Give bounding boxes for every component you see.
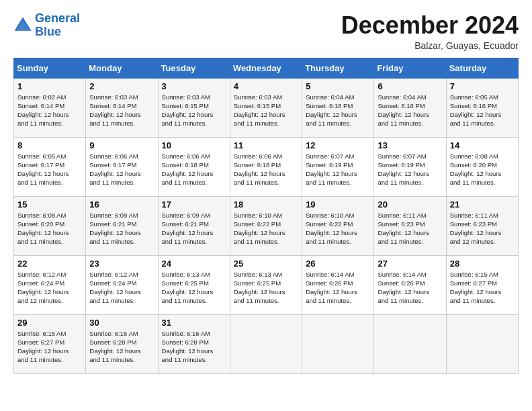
day-info: Sunrise: 6:14 AMSunset: 6:26 PMDaylight:… xyxy=(378,270,442,306)
calendar-cell: 8Sunrise: 6:05 AMSunset: 6:17 PMDaylight… xyxy=(14,137,86,196)
day-info: Sunrise: 6:14 AMSunset: 6:26 PMDaylight:… xyxy=(306,270,370,306)
calendar-week-row: 8Sunrise: 6:05 AMSunset: 6:17 PMDaylight… xyxy=(14,137,519,196)
day-number: 26 xyxy=(306,259,370,269)
calendar-week-row: 15Sunrise: 6:08 AMSunset: 6:20 PMDayligh… xyxy=(14,196,519,255)
day-info: Sunrise: 6:04 AMSunset: 6:16 PMDaylight:… xyxy=(306,93,370,128)
day-info: Sunrise: 6:06 AMSunset: 6:18 PMDaylight:… xyxy=(162,152,226,187)
day-info: Sunrise: 6:06 AMSunset: 6:17 PMDaylight:… xyxy=(89,152,154,187)
day-info: Sunrise: 6:05 AMSunset: 6:16 PMDaylight:… xyxy=(450,93,515,128)
day-info: Sunrise: 6:03 AMSunset: 6:14 PMDaylight:… xyxy=(89,93,154,128)
calendar-cell: 12Sunrise: 6:07 AMSunset: 6:19 PMDayligh… xyxy=(302,137,374,196)
day-number: 8 xyxy=(17,140,82,150)
calendar-cell: 20Sunrise: 6:11 AMSunset: 6:23 PMDayligh… xyxy=(374,196,446,255)
calendar-cell: 4Sunrise: 6:03 AMSunset: 6:15 PMDaylight… xyxy=(230,78,302,137)
calendar-cell: 17Sunrise: 6:09 AMSunset: 6:21 PMDayligh… xyxy=(158,196,230,255)
day-number: 2 xyxy=(89,81,154,91)
day-number: 16 xyxy=(89,199,154,210)
calendar-cell: 24Sunrise: 6:13 AMSunset: 6:25 PMDayligh… xyxy=(158,255,230,314)
day-number: 29 xyxy=(17,318,82,328)
day-info: Sunrise: 6:10 AMSunset: 6:22 PMDaylight:… xyxy=(234,211,298,246)
title-block: December 2024 Balzar, Guayas, Ecuador xyxy=(341,12,519,51)
calendar-week-row: 1Sunrise: 6:02 AMSunset: 6:14 PMDaylight… xyxy=(14,78,519,137)
day-number: 12 xyxy=(306,140,370,150)
day-number: 5 xyxy=(306,81,370,91)
day-number: 9 xyxy=(89,140,154,150)
day-info: Sunrise: 6:07 AMSunset: 6:19 PMDaylight:… xyxy=(306,152,370,187)
calendar-cell: 21Sunrise: 6:11 AMSunset: 6:23 PMDayligh… xyxy=(446,196,518,255)
day-number: 18 xyxy=(234,199,298,210)
day-info: Sunrise: 6:06 AMSunset: 6:18 PMDaylight:… xyxy=(234,152,298,187)
day-header-sunday: Sunday xyxy=(14,58,86,78)
day-header-wednesday: Wednesday xyxy=(230,58,302,78)
day-header-monday: Monday xyxy=(86,58,158,78)
day-info: Sunrise: 6:09 AMSunset: 6:21 PMDaylight:… xyxy=(162,211,226,246)
calendar-cell: 10Sunrise: 6:06 AMSunset: 6:18 PMDayligh… xyxy=(158,137,230,196)
day-info: Sunrise: 6:04 AMSunset: 6:16 PMDaylight:… xyxy=(378,93,442,128)
calendar: SundayMondayTuesdayWednesdayThursdayFrid… xyxy=(13,58,519,374)
day-info: Sunrise: 6:03 AMSunset: 6:15 PMDaylight:… xyxy=(162,93,226,128)
day-header-thursday: Thursday xyxy=(302,58,374,78)
day-number: 30 xyxy=(89,318,154,328)
calendar-cell: 25Sunrise: 6:13 AMSunset: 6:25 PMDayligh… xyxy=(230,255,302,314)
day-number: 21 xyxy=(450,199,515,210)
day-number: 17 xyxy=(162,199,226,210)
day-number: 23 xyxy=(89,259,154,269)
page: General Blue December 2024 Balzar, Guaya… xyxy=(0,0,532,411)
calendar-cell: 9Sunrise: 6:06 AMSunset: 6:17 PMDaylight… xyxy=(86,137,158,196)
month-title: December 2024 xyxy=(341,12,519,39)
calendar-cell: 1Sunrise: 6:02 AMSunset: 6:14 PMDaylight… xyxy=(14,78,86,137)
day-number: 14 xyxy=(450,140,515,150)
logo: General Blue xyxy=(13,12,80,39)
day-info: Sunrise: 6:15 AMSunset: 6:27 PMDaylight:… xyxy=(450,270,515,306)
calendar-cell: 7Sunrise: 6:05 AMSunset: 6:16 PMDaylight… xyxy=(446,78,518,137)
calendar-cell: 30Sunrise: 6:16 AMSunset: 6:28 PMDayligh… xyxy=(86,314,158,373)
logo-text: General Blue xyxy=(35,12,80,39)
day-number: 1 xyxy=(17,81,82,91)
day-number: 4 xyxy=(234,81,298,91)
day-number: 27 xyxy=(378,259,442,269)
day-number: 7 xyxy=(450,81,515,91)
day-info: Sunrise: 6:12 AMSunset: 6:24 PMDaylight:… xyxy=(89,270,154,306)
calendar-cell xyxy=(230,314,302,373)
day-info: Sunrise: 6:13 AMSunset: 6:25 PMDaylight:… xyxy=(162,270,226,306)
day-number: 10 xyxy=(162,140,226,150)
calendar-cell: 2Sunrise: 6:03 AMSunset: 6:14 PMDaylight… xyxy=(86,78,158,137)
day-number: 6 xyxy=(378,81,442,91)
day-info: Sunrise: 6:12 AMSunset: 6:24 PMDaylight:… xyxy=(17,270,82,306)
calendar-week-row: 29Sunrise: 6:15 AMSunset: 6:27 PMDayligh… xyxy=(14,314,519,373)
day-info: Sunrise: 6:08 AMSunset: 6:20 PMDaylight:… xyxy=(450,152,515,187)
calendar-cell: 22Sunrise: 6:12 AMSunset: 6:24 PMDayligh… xyxy=(14,255,86,314)
calendar-cell: 16Sunrise: 6:09 AMSunset: 6:21 PMDayligh… xyxy=(86,196,158,255)
calendar-cell: 29Sunrise: 6:15 AMSunset: 6:27 PMDayligh… xyxy=(14,314,86,373)
calendar-cell: 28Sunrise: 6:15 AMSunset: 6:27 PMDayligh… xyxy=(446,255,518,314)
day-header-friday: Friday xyxy=(374,58,446,78)
day-number: 11 xyxy=(234,140,298,150)
calendar-cell: 18Sunrise: 6:10 AMSunset: 6:22 PMDayligh… xyxy=(230,196,302,255)
day-info: Sunrise: 6:10 AMSunset: 6:22 PMDaylight:… xyxy=(306,211,370,246)
day-number: 25 xyxy=(234,259,298,269)
day-info: Sunrise: 6:11 AMSunset: 6:23 PMDaylight:… xyxy=(450,211,515,246)
day-number: 3 xyxy=(162,81,226,91)
calendar-cell: 31Sunrise: 6:16 AMSunset: 6:28 PMDayligh… xyxy=(158,314,230,373)
calendar-cell: 13Sunrise: 6:07 AMSunset: 6:19 PMDayligh… xyxy=(374,137,446,196)
calendar-cell: 23Sunrise: 6:12 AMSunset: 6:24 PMDayligh… xyxy=(86,255,158,314)
logo-line2: Blue xyxy=(35,25,61,38)
day-info: Sunrise: 6:03 AMSunset: 6:15 PMDaylight:… xyxy=(234,93,298,128)
day-info: Sunrise: 6:16 AMSunset: 6:28 PMDaylight:… xyxy=(89,329,154,365)
day-info: Sunrise: 6:07 AMSunset: 6:19 PMDaylight:… xyxy=(378,152,442,187)
calendar-cell: 27Sunrise: 6:14 AMSunset: 6:26 PMDayligh… xyxy=(374,255,446,314)
calendar-cell: 14Sunrise: 6:08 AMSunset: 6:20 PMDayligh… xyxy=(446,137,518,196)
day-info: Sunrise: 6:09 AMSunset: 6:21 PMDaylight:… xyxy=(89,211,154,246)
calendar-cell: 11Sunrise: 6:06 AMSunset: 6:18 PMDayligh… xyxy=(230,137,302,196)
day-number: 20 xyxy=(378,199,442,210)
calendar-cell: 5Sunrise: 6:04 AMSunset: 6:16 PMDaylight… xyxy=(302,78,374,137)
calendar-header-row: SundayMondayTuesdayWednesdayThursdayFrid… xyxy=(14,58,519,78)
day-number: 28 xyxy=(450,259,515,269)
calendar-cell xyxy=(446,314,518,373)
day-info: Sunrise: 6:08 AMSunset: 6:20 PMDaylight:… xyxy=(17,211,82,246)
calendar-cell xyxy=(374,314,446,373)
day-number: 15 xyxy=(17,199,82,210)
day-header-saturday: Saturday xyxy=(446,58,518,78)
day-number: 19 xyxy=(306,199,370,210)
location-subtitle: Balzar, Guayas, Ecuador xyxy=(341,40,519,51)
